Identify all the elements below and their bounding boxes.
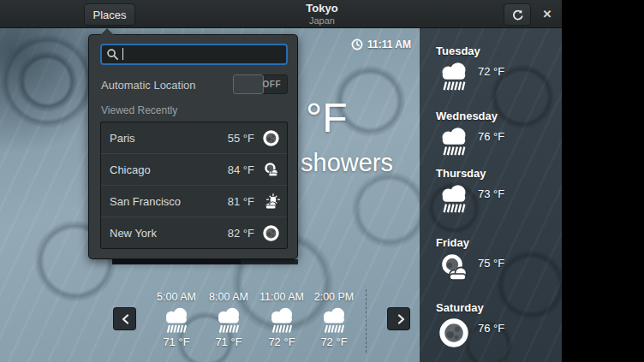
rain-icon <box>436 125 472 157</box>
location-search-entry[interactable] <box>100 44 288 65</box>
hour-time: 11:00 AM <box>254 291 309 303</box>
list-item-new-york[interactable]: New York 82 °F <box>101 217 287 248</box>
hour-time: 2:00 PM <box>307 291 361 303</box>
refresh-button[interactable] <box>504 3 531 26</box>
hour-temp: 72 °F <box>254 335 309 348</box>
hourly-item: 11:00 AM 72 °F <box>254 291 309 348</box>
day-name: Saturday <box>436 301 560 314</box>
forecast-day: Tuesday 72 °F <box>436 45 560 92</box>
refresh-icon <box>511 9 524 21</box>
day-temp: 72 °F <box>478 65 504 78</box>
condition-label: showers <box>301 149 393 177</box>
hour-temp: 72 °F <box>307 335 361 348</box>
day-name: Thursday <box>436 167 560 180</box>
temperature-unit: °F <box>306 94 348 141</box>
current-time-label: 11:11 AM <box>367 39 411 50</box>
header-bar: Tokyo Japan Places ✕ <box>0 0 562 28</box>
clear-night-icon <box>262 129 280 147</box>
rain-icon <box>436 60 472 92</box>
city-temp: 81 °F <box>228 195 254 208</box>
day-temp: 73 °F <box>478 187 504 200</box>
forecast-day: Thursday 73 °F <box>436 167 560 215</box>
search-icon <box>106 48 119 61</box>
forecast-day: Saturday 76 °F <box>436 301 560 349</box>
few-clouds-night-icon <box>262 161 280 179</box>
places-popover: Automatic Location OFF Viewed Recently P… <box>88 34 298 259</box>
viewed-recently-heading: Viewed Recently <box>101 104 177 116</box>
clear-night-icon <box>262 224 280 242</box>
rain-icon <box>159 306 194 335</box>
chevron-left-icon <box>118 312 132 327</box>
city-name: San Francisco <box>110 195 228 208</box>
text-cursor <box>122 48 123 60</box>
hourly-item: 2:00 PM 72 °F <box>307 291 361 348</box>
automatic-location-label: Automatic Location <box>101 79 196 92</box>
few-clouds-day-icon <box>262 192 280 211</box>
hour-temp: 71 °F <box>149 335 204 348</box>
forecast-day: Wednesday 76 °F <box>436 110 560 157</box>
rain-icon <box>212 306 246 335</box>
search-input[interactable] <box>119 48 282 61</box>
toggle-state-label: OFF <box>263 80 282 89</box>
hourly-item: 5:00 AM 71 °F <box>149 291 204 348</box>
list-item-paris[interactable]: Paris 55 °F <box>101 122 287 153</box>
list-item-chicago[interactable]: Chicago 84 °F <box>101 153 287 185</box>
hour-time: 8:00 AM <box>201 291 256 303</box>
clock-icon <box>351 39 363 50</box>
hourly-prev-button[interactable] <box>113 307 136 330</box>
recent-locations-list: Paris 55 °F Chicago 84 °F San Francisco … <box>100 122 288 249</box>
hourly-separator <box>366 289 367 353</box>
city-name: New York <box>110 227 228 240</box>
city-temp: 84 °F <box>228 163 254 176</box>
places-button[interactable]: Places <box>84 3 135 26</box>
current-time: 11:11 AM <box>351 39 411 50</box>
day-name: Wednesday <box>436 110 560 122</box>
background-dark-band <box>241 259 298 264</box>
toggle-knob <box>233 74 264 94</box>
day-temp: 75 °F <box>478 257 504 270</box>
city-temp: 82 °F <box>228 227 254 240</box>
clear-night-icon <box>436 317 472 349</box>
forecast-day: Friday 75 °F <box>436 236 560 284</box>
hourly-item: 8:00 AM 71 °F <box>201 291 256 348</box>
rain-icon <box>265 306 299 335</box>
chevron-right-icon <box>392 312 406 327</box>
rain-icon <box>317 306 351 335</box>
list-item-san-francisco[interactable]: San Francisco 81 °F <box>101 185 287 217</box>
hour-time: 5:00 AM <box>149 291 204 303</box>
hour-temp: 71 °F <box>201 335 256 348</box>
city-temp: 55 °F <box>228 132 254 145</box>
close-button[interactable]: ✕ <box>538 4 557 24</box>
rain-icon <box>436 182 472 215</box>
day-name: Tuesday <box>436 45 560 57</box>
background-dark-band <box>112 258 241 264</box>
app-window: 11:11 AM °F showers Tuesday 72 °F Wednes… <box>0 0 644 362</box>
content-area: 11:11 AM °F showers Tuesday 72 °F Wednes… <box>0 0 562 362</box>
city-name: Chicago <box>110 163 228 176</box>
day-name: Friday <box>436 236 560 249</box>
city-name: Paris <box>110 132 228 145</box>
automatic-location-toggle[interactable]: OFF <box>233 74 288 94</box>
popover-arrow <box>100 28 114 35</box>
hourly-next-button[interactable] <box>387 307 410 330</box>
day-temp: 76 °F <box>478 322 504 335</box>
few-clouds-night-icon <box>436 252 472 284</box>
day-temp: 76 °F <box>478 130 504 143</box>
